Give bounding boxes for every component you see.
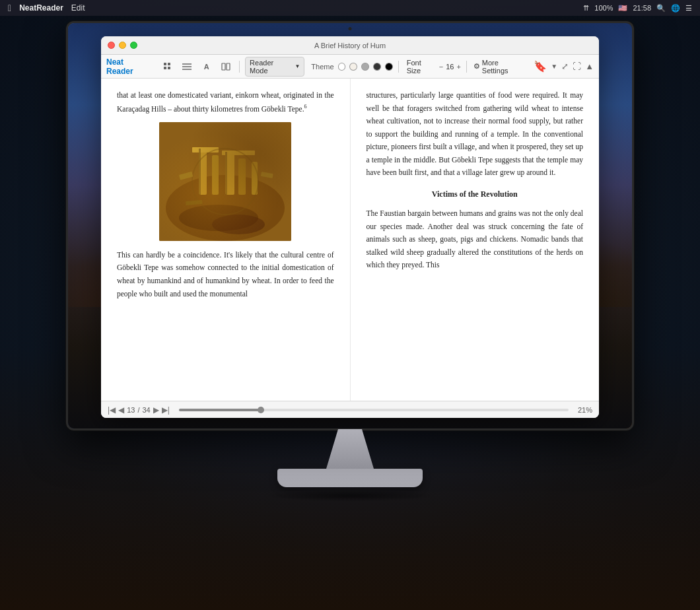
nav-prev-icon[interactable]: ◀ xyxy=(118,405,124,415)
svg-rect-1 xyxy=(168,63,170,65)
page-separator: / xyxy=(137,406,139,414)
settings-gear-icon: ⚙ xyxy=(473,62,480,71)
menubar-edit[interactable]: Edit xyxy=(71,3,85,13)
reader-mode-button[interactable]: Reader Mode ▼ xyxy=(245,57,304,77)
theme-circle-dark[interactable] xyxy=(373,63,381,71)
svg-point-18 xyxy=(179,205,258,231)
minimize-button[interactable] xyxy=(119,42,126,49)
nav-controls: |◀ ◀ 13 / 34 ▶ ▶| xyxy=(108,405,170,415)
svg-rect-7 xyxy=(222,63,225,70)
toolbar-divider-3 xyxy=(466,61,467,73)
theme-label: Theme xyxy=(311,63,333,71)
monitor-neck xyxy=(310,429,390,469)
monitor-base xyxy=(277,469,423,487)
svg-rect-25 xyxy=(186,200,202,205)
progress-bar[interactable] xyxy=(179,409,569,411)
more-settings-label: More Settings xyxy=(482,59,526,75)
page-current: 13 xyxy=(127,406,135,414)
svg-rect-17 xyxy=(222,151,255,155)
fullscreen-icon[interactable]: ⛶ xyxy=(573,61,581,71)
theme-circle-black[interactable] xyxy=(385,63,393,71)
menubar-flag: 🇺🇸 xyxy=(618,4,627,13)
toolbar-grid-icon[interactable] xyxy=(160,59,176,75)
toolbar-right: 🔖 ▼ ⤢ ⛶ ▲ xyxy=(534,60,594,73)
app-window: A Brief History of Hum Neat Reader xyxy=(101,36,599,418)
svg-rect-9 xyxy=(159,122,291,241)
svg-rect-2 xyxy=(164,67,166,69)
more-settings-button[interactable]: ⚙ More Settings xyxy=(473,59,526,75)
svg-rect-14 xyxy=(238,158,246,195)
menubar-app-name[interactable]: NeatReader xyxy=(19,3,63,13)
progress-thumb[interactable] xyxy=(258,407,264,413)
menubar-wifi-icon: ⇈ xyxy=(583,4,589,13)
svg-rect-11 xyxy=(199,149,207,195)
monitor-bezel: A Brief History of Hum Neat Reader xyxy=(66,21,634,430)
progress-fill xyxy=(179,409,261,411)
toolbar: Neat Reader xyxy=(101,55,599,79)
archaeological-image xyxy=(159,122,291,241)
svg-rect-20 xyxy=(199,149,201,195)
book-column-right: structures, particularly large quantitie… xyxy=(351,79,600,401)
bookmark-chevron[interactable]: ▼ xyxy=(551,63,557,70)
svg-rect-3 xyxy=(168,67,170,69)
font-size-plus[interactable]: + xyxy=(456,63,460,71)
title-bar: A Brief History of Hum xyxy=(101,36,599,55)
font-size-label: Font Size xyxy=(407,59,437,75)
page-total: 34 xyxy=(142,406,150,414)
right-paragraph-1: structures, particularly large quantitie… xyxy=(367,89,584,180)
apple-logo-icon:  xyxy=(8,3,11,13)
expand-icon[interactable]: ⤢ xyxy=(561,61,569,71)
svg-rect-12 xyxy=(212,155,219,195)
font-size-minus[interactable]: − xyxy=(439,63,443,71)
monitor: A Brief History of Hum Neat Reader xyxy=(66,21,634,502)
nav-next-icon[interactable]: ▶ xyxy=(153,405,159,415)
left-paragraph-1: that at least one domesticated variant, … xyxy=(117,89,334,116)
reader-mode-chevron: ▼ xyxy=(295,63,300,69)
bookmark-icon[interactable]: 🔖 xyxy=(534,60,547,73)
close-button[interactable] xyxy=(108,42,115,49)
app-brand[interactable]: Neat Reader xyxy=(106,57,152,76)
traffic-lights xyxy=(108,42,137,49)
svg-rect-13 xyxy=(225,152,234,195)
svg-rect-8 xyxy=(227,63,230,70)
menubar-globe-icon[interactable]: 🌐 xyxy=(671,4,680,13)
progress-percent: 21% xyxy=(578,406,592,414)
nav-first-icon[interactable]: |◀ xyxy=(108,405,116,415)
toolbar-divider-2 xyxy=(398,61,399,73)
toolbar-text-icon[interactable]: A xyxy=(199,59,215,75)
collapse-icon[interactable]: ▲ xyxy=(585,61,594,71)
maximize-button[interactable] xyxy=(130,42,137,49)
font-size-control: Font Size − 16 + xyxy=(407,59,461,75)
left-caption: This can hardly be a coincidence. It's l… xyxy=(117,249,334,300)
svg-rect-16 xyxy=(192,147,219,152)
svg-rect-15 xyxy=(252,162,258,195)
menubar-time: 21:58 xyxy=(633,4,651,12)
menubar-search-icon[interactable]: 🔍 xyxy=(656,4,666,13)
svg-rect-21 xyxy=(225,152,227,195)
svg-rect-0 xyxy=(164,63,166,65)
macos-menubar:  NeatReader Edit ⇈ 100% 🇺🇸 21:58 🔍 🌐 ☰ xyxy=(0,0,700,16)
bottom-bar: |◀ ◀ 13 / 34 ▶ ▶| 21% xyxy=(101,401,599,418)
monitor-screen: A Brief History of Hum Neat Reader xyxy=(68,23,632,428)
monitor-shadow xyxy=(264,490,436,502)
svg-point-19 xyxy=(212,215,265,234)
menubar-menu-icon[interactable]: ☰ xyxy=(685,4,692,13)
book-column-left: that at least one domesticated variant, … xyxy=(101,79,351,401)
svg-rect-24 xyxy=(261,172,273,178)
toolbar-divider-1 xyxy=(239,61,240,73)
theme-circle-light[interactable] xyxy=(349,63,357,71)
toolbar-book-icon[interactable] xyxy=(219,59,234,75)
theme-circle-white[interactable] xyxy=(338,63,346,71)
theme-circle-gray[interactable] xyxy=(361,63,369,71)
menubar-battery: 100% xyxy=(594,4,613,12)
toolbar-list-icon[interactable] xyxy=(179,59,195,75)
right-paragraph-2: The Faustian bargain between humans and … xyxy=(367,207,584,272)
window-title: A Brief History of Hum xyxy=(314,42,386,50)
book-columns: that at least one domesticated variant, … xyxy=(101,79,599,401)
font-size-value: 16 xyxy=(446,63,454,71)
svg-point-10 xyxy=(166,175,285,241)
nav-last-icon[interactable]: ▶| xyxy=(162,405,170,415)
reader-mode-label: Reader Mode xyxy=(250,59,293,75)
svg-rect-23 xyxy=(179,172,193,180)
section-heading: Victims of the Revolution xyxy=(367,187,584,201)
